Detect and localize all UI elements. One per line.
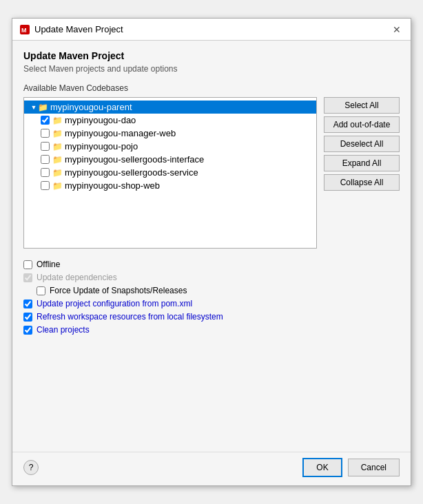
add-out-of-date-button[interactable]: Add out-of-date	[324, 116, 400, 133]
option-refresh-ws: Refresh workspace resources from local f…	[23, 312, 400, 322]
maven-icon: M	[19, 24, 30, 35]
list-item[interactable]: 📁 mypinyougou-dao	[24, 114, 316, 127]
dialog-footer: ? OK Cancel	[12, 452, 411, 485]
expand-all-button[interactable]: Expand All	[324, 155, 400, 171]
force-update-checkbox[interactable]	[37, 286, 45, 295]
side-buttons: Select All Add out-of-date Deselect All …	[324, 97, 400, 249]
folder-icon: 📁	[52, 116, 63, 125]
tree-item-label: mypinyougou-dao	[65, 115, 136, 125]
folder-icon: 📁	[38, 103, 48, 112]
tree-item-label: mypinyougou-shop-web	[65, 180, 160, 191]
update-config-checkbox[interactable]	[23, 300, 32, 308]
update-maven-dialog: M Update Maven Project ✕ Update Maven Pr…	[12, 18, 411, 486]
tree-area: ▼ 📁 mypinyougou-parent 📁 mypinyougou-dao…	[23, 97, 400, 249]
list-item[interactable]: 📁 mypinyougou-sellergoods-service	[24, 166, 316, 179]
tree-item-checkbox[interactable]	[41, 155, 50, 164]
clean-projects-label: Clean projects	[37, 325, 90, 335]
svg-text:M: M	[21, 27, 27, 34]
tree-item-label: mypinyougou-sellergoods-service	[65, 167, 198, 178]
option-clean-projects: Clean projects	[23, 325, 400, 335]
refresh-ws-label: Refresh workspace resources from local f…	[37, 312, 223, 322]
option-force-update: Force Update of Snapshots/Releases	[23, 286, 400, 295]
ok-button[interactable]: OK	[302, 458, 342, 477]
select-all-button[interactable]: Select All	[324, 97, 400, 114]
folder-icon: 📁	[52, 181, 63, 191]
offline-label: Offline	[37, 260, 60, 269]
collapse-all-button[interactable]: Collapse All	[324, 174, 400, 191]
folder-icon: 📁	[52, 168, 63, 178]
update-deps-checkbox[interactable]	[23, 273, 32, 282]
cancel-button[interactable]: Cancel	[348, 459, 400, 476]
tree-item-checkbox[interactable]	[41, 181, 50, 190]
title-bar: M Update Maven Project ✕	[12, 19, 411, 41]
dialog-heading: Update Maven Project	[23, 50, 400, 61]
tree-panel[interactable]: ▼ 📁 mypinyougou-parent 📁 mypinyougou-dao…	[23, 97, 317, 249]
update-config-label: Update project configuration from pom.xm…	[37, 299, 192, 308]
folder-icon: 📁	[52, 142, 63, 151]
list-item[interactable]: 📁 mypinyougou-sellergoods-interface	[24, 153, 316, 166]
tree-root-label: mypinyougou-parent	[50, 102, 132, 112]
tree-root-item[interactable]: ▼ 📁 mypinyougou-parent	[24, 101, 316, 114]
dialog-body: Update Maven Project Select Maven projec…	[12, 41, 411, 452]
title-bar-left: M Update Maven Project	[19, 24, 123, 35]
help-button[interactable]: ?	[23, 460, 39, 475]
tree-item-checkbox[interactable]	[41, 116, 50, 125]
tree-item-checkbox[interactable]	[41, 142, 50, 151]
option-update-config: Update project configuration from pom.xm…	[23, 299, 400, 308]
offline-checkbox[interactable]	[23, 260, 32, 269]
options-section: Offline Update dependencies Force Update…	[23, 260, 400, 335]
list-item[interactable]: 📁 mypinyougou-manager-web	[24, 127, 316, 140]
clean-projects-checkbox[interactable]	[23, 326, 32, 335]
close-button[interactable]: ✕	[390, 23, 404, 36]
option-offline: Offline	[23, 260, 400, 269]
list-item[interactable]: 📁 mypinyougou-shop-web	[24, 179, 316, 192]
force-update-label: Force Update of Snapshots/Releases	[50, 286, 187, 295]
expand-triangle: ▼	[30, 104, 38, 111]
option-update-deps: Update dependencies	[23, 273, 400, 282]
tree-item-label: mypinyougou-sellergoods-interface	[65, 154, 204, 165]
list-item[interactable]: 📁 mypinyougou-pojo	[24, 140, 316, 153]
dialog-title: Update Maven Project	[34, 24, 123, 34]
section-label: Available Maven Codebases	[23, 83, 400, 93]
folder-icon: 📁	[52, 129, 63, 138]
tree-item-label: mypinyougou-manager-web	[65, 128, 176, 138]
tree-item-checkbox[interactable]	[41, 168, 50, 177]
tree-item-label: mypinyougou-pojo	[65, 141, 138, 151]
folder-icon: 📁	[52, 155, 63, 165]
tree-item-checkbox[interactable]	[41, 129, 50, 138]
deselect-all-button[interactable]: Deselect All	[324, 136, 400, 152]
update-deps-label: Update dependencies	[37, 273, 117, 282]
dialog-subheading: Select Maven projects and update options	[23, 64, 400, 74]
refresh-ws-checkbox[interactable]	[23, 313, 32, 322]
